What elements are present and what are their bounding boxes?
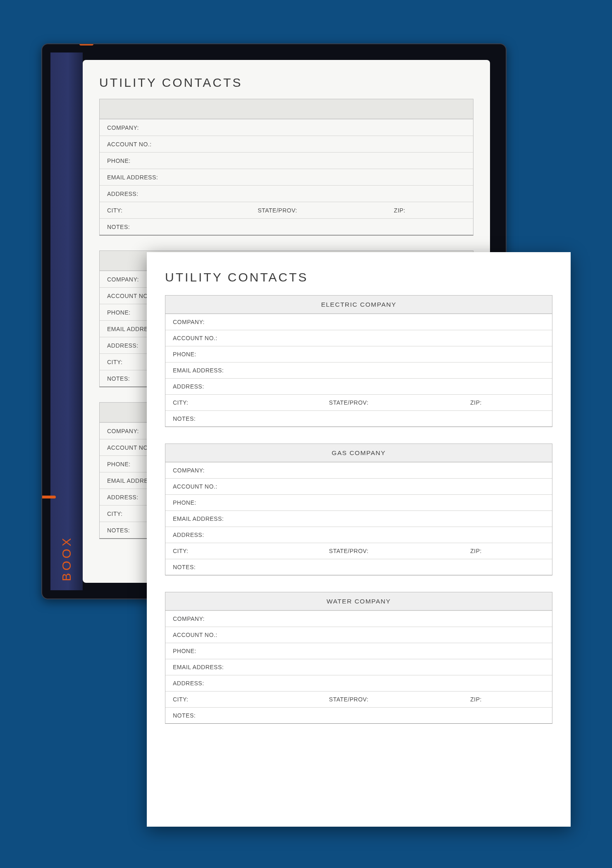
field-phone: PHONE: <box>165 643 552 659</box>
field-phone: PHONE: <box>165 346 552 362</box>
label-company: COMPANY: <box>107 428 139 434</box>
label-state: STATE/PROV: <box>329 548 471 554</box>
field-phone: PHONE: <box>165 494 552 510</box>
field-city-state-zip: CITY: STATE/PROV: ZIP: <box>165 394 552 410</box>
label-phone: PHONE: <box>173 351 196 358</box>
label-phone: PHONE: <box>107 461 131 467</box>
field-account: ACCOUNT NO.: <box>165 330 552 346</box>
label-company: COMPANY: <box>173 615 205 622</box>
tablet-section-1: COMPANY: ACCOUNT NO.: PHONE: EMAIL ADDRE… <box>99 99 473 236</box>
field-company: COMPANY: <box>165 610 552 627</box>
label-email: EMAIL ADDRESS: <box>173 664 224 670</box>
label-notes: NOTES: <box>107 375 130 382</box>
label-company: COMPANY: <box>173 319 205 325</box>
field-email: EMAIL ADDRESS: <box>165 659 552 675</box>
label-notes: NOTES: <box>107 527 130 534</box>
field-address: ADDRESS: <box>165 527 552 543</box>
section-header: GAS COMPANY <box>165 444 552 462</box>
label-state: STATE/PROV: <box>329 696 471 703</box>
section-header: WATER COMPANY <box>165 592 552 610</box>
label-account: ACCOUNT NO.: <box>173 335 218 341</box>
sheet-section-gas: GAS COMPANY COMPANY: ACCOUNT NO.: PHONE:… <box>165 444 552 575</box>
label-state: STATE/PROV: <box>258 207 394 214</box>
label-address: ADDRESS: <box>107 191 139 197</box>
label-city: CITY: <box>107 207 258 214</box>
label-phone: PHONE: <box>173 648 196 654</box>
label-city: CITY: <box>173 548 329 554</box>
field-account: ACCOUNT NO.: <box>100 136 473 152</box>
label-company: COMPANY: <box>107 276 139 283</box>
field-email: EMAIL ADDRESS: <box>165 362 552 378</box>
field-email: EMAIL ADDRESS: <box>100 169 473 185</box>
field-city-state-zip: CITY: STATE/PROV: ZIP: <box>165 691 552 707</box>
label-state: STATE/PROV: <box>329 399 471 406</box>
label-notes: NOTES: <box>173 415 196 422</box>
page-title: UTILITY CONTACTS <box>99 76 473 90</box>
field-address: ADDRESS: <box>100 185 473 202</box>
field-email: EMAIL ADDRESS: <box>165 510 552 527</box>
label-notes: NOTES: <box>107 224 130 230</box>
label-email: EMAIL ADDRESS: <box>107 174 158 181</box>
section-header: ELECTRIC COMPANY <box>165 296 552 314</box>
page-title: UTILITY CONTACTS <box>165 270 552 284</box>
label-account: ACCOUNT NO.: <box>107 444 152 451</box>
label-company: COMPANY: <box>107 124 139 131</box>
label-account: ACCOUNT NO.: <box>107 293 152 299</box>
section-header <box>100 99 473 119</box>
label-company: COMPANY: <box>173 467 205 474</box>
label-zip: ZIP: <box>470 548 545 554</box>
tablet-spine: BOOX <box>50 52 83 590</box>
label-address: ADDRESS: <box>173 383 204 390</box>
label-phone: PHONE: <box>107 309 131 316</box>
front-sheet: UTILITY CONTACTS ELECTRIC COMPANY COMPAN… <box>147 252 571 827</box>
label-phone: PHONE: <box>173 499 196 506</box>
label-zip: ZIP: <box>470 696 545 703</box>
label-city: CITY: <box>173 399 329 406</box>
field-notes: NOTES: <box>100 218 473 235</box>
field-city-state-zip: CITY: STATE/PROV: ZIP: <box>165 543 552 559</box>
field-notes: NOTES: <box>165 707 552 723</box>
label-city: CITY: <box>173 696 329 703</box>
label-address: ADDRESS: <box>173 680 204 687</box>
field-company: COMPANY: <box>165 314 552 330</box>
field-account: ACCOUNT NO.: <box>165 478 552 494</box>
brand-logo: BOOX <box>60 536 74 582</box>
label-address: ADDRESS: <box>107 342 139 349</box>
label-zip: ZIP: <box>394 207 466 214</box>
label-email: EMAIL ADDRESS: <box>173 367 224 374</box>
sheet-section-water: WATER COMPANY COMPANY: ACCOUNT NO.: PHON… <box>165 592 552 724</box>
field-address: ADDRESS: <box>165 378 552 394</box>
label-zip: ZIP: <box>470 399 545 406</box>
label-address: ADDRESS: <box>173 532 204 538</box>
label-phone: PHONE: <box>107 157 131 164</box>
label-notes: NOTES: <box>173 564 196 570</box>
label-email: EMAIL ADDRESS: <box>173 515 224 522</box>
field-notes: NOTES: <box>165 559 552 575</box>
field-company: COMPANY: <box>165 462 552 478</box>
field-account: ACCOUNT NO.: <box>165 627 552 643</box>
sheet-section-electric: ELECTRIC COMPANY COMPANY: ACCOUNT NO.: P… <box>165 295 552 427</box>
field-phone: PHONE: <box>100 152 473 169</box>
label-address: ADDRESS: <box>107 494 139 501</box>
label-account: ACCOUNT NO.: <box>173 483 218 490</box>
field-company: COMPANY: <box>100 119 473 136</box>
field-address: ADDRESS: <box>165 675 552 691</box>
field-notes: NOTES: <box>165 410 552 427</box>
field-city-state-zip: CITY: STATE/PROV: ZIP: <box>100 202 473 218</box>
label-account: ACCOUNT NO.: <box>173 632 218 638</box>
label-account: ACCOUNT NO.: <box>107 141 152 148</box>
label-notes: NOTES: <box>173 712 196 719</box>
